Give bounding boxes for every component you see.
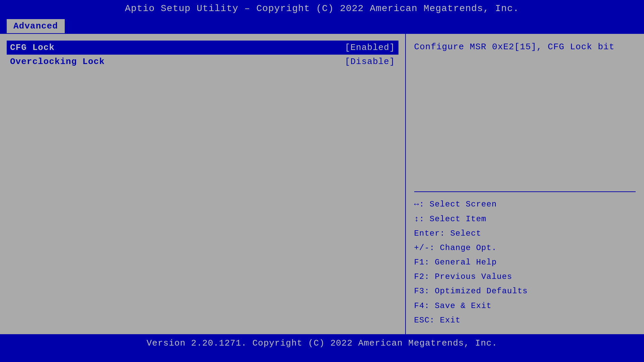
setting-name-0: CFG Lock bbox=[10, 43, 55, 53]
left-panel: CFG Lock[Enabled]Overclocking Lock[Disab… bbox=[0, 34, 406, 334]
key-hint-7: F4: Save & Exit bbox=[414, 299, 636, 313]
help-text: Configure MSR 0xE2[15], CFG Lock bit bbox=[414, 41, 636, 186]
key-hint-6: F3: Optimized Defaults bbox=[414, 284, 636, 298]
key-hint-8: ESC: Exit bbox=[414, 313, 636, 327]
key-hint-4: F1: General Help bbox=[414, 255, 636, 269]
setting-value-0: [Enabled] bbox=[345, 43, 395, 53]
divider bbox=[414, 191, 636, 192]
footer-text: Version 2.20.1271. Copyright (C) 2022 Am… bbox=[0, 335, 644, 352]
key-hint-1: ↕: Select Item bbox=[414, 212, 636, 226]
key-hint-0: ↔: Select Screen bbox=[414, 197, 636, 212]
right-panel: Configure MSR 0xE2[15], CFG Lock bit ↔: … bbox=[406, 34, 644, 334]
setting-name-1: Overclocking Lock bbox=[10, 57, 105, 67]
header-title: Aptio Setup Utility – Copyright (C) 2022… bbox=[0, 0, 644, 17]
tab-advanced[interactable]: Advanced bbox=[7, 19, 65, 33]
setting-value-1: [Disable] bbox=[345, 57, 395, 67]
key-hint-3: +/-: Change Opt. bbox=[414, 241, 636, 255]
settings-row-0[interactable]: CFG Lock[Enabled] bbox=[7, 41, 398, 55]
main-content: CFG Lock[Enabled]Overclocking Lock[Disab… bbox=[0, 33, 644, 335]
key-hints: ↔: Select Screen↕: Select ItemEnter: Sel… bbox=[414, 197, 636, 327]
key-hint-5: F2: Previous Values bbox=[414, 269, 636, 284]
key-hint-2: Enter: Select bbox=[414, 226, 636, 241]
tab-bar: Advanced bbox=[0, 17, 644, 33]
settings-row-1[interactable]: Overclocking Lock[Disable] bbox=[10, 55, 395, 69]
